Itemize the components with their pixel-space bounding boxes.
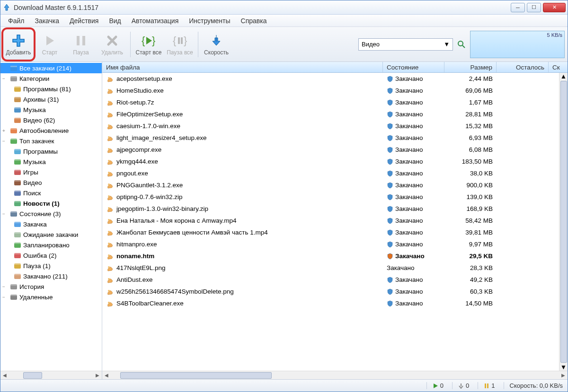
tree-item[interactable]: −Состояние (3) — [0, 209, 102, 219]
tree-item[interactable]: Ожидание закачки — [0, 229, 102, 240]
cell-size: 900,0 KB — [444, 182, 497, 189]
table-row[interactable]: light_image_resizer4_setup.exe Закачано … — [102, 132, 568, 144]
tree-item[interactable]: −Топ закачек — [0, 136, 102, 146]
table-row[interactable]: caesium-1.7.0-win.exe Закачано 15,32 MB — [102, 120, 568, 132]
table-row[interactable]: Жанболат Бекмусаев ценности Амвэй часть … — [102, 226, 568, 238]
tree-icon — [14, 252, 21, 259]
tree-item[interactable]: Видео — [0, 177, 102, 188]
col-name[interactable]: Имя файла — [102, 62, 383, 72]
start-all-button[interactable]: {} Старт все — [133, 29, 164, 60]
start-button[interactable]: Старт — [35, 29, 65, 60]
table-row[interactable]: S4BToolbarCleaner.exe Закачано 14,50 MB — [102, 297, 568, 309]
pause-button[interactable]: Пауза — [66, 29, 96, 60]
col-size[interactable]: Размер — [444, 62, 497, 72]
col-state[interactable]: Состояние — [383, 62, 444, 72]
search-combo[interactable]: Видео ▼ — [358, 38, 453, 51]
table-row[interactable]: ykmgq444.exe Закачано 183,50 MB — [102, 156, 568, 167]
tree-label: Состояние (3) — [19, 210, 61, 218]
file-icon — [106, 182, 114, 189]
cell-state: Закачано — [383, 170, 444, 177]
col-remain[interactable]: Осталось — [497, 62, 549, 72]
window-title: Download Master 6.9.1.1517 — [14, 4, 511, 11]
menubar: Файл Закачка Действия Вид Автоматизация … — [0, 15, 568, 27]
tree-item[interactable]: Закачано (211) — [0, 271, 102, 281]
menu-help[interactable]: Справка — [236, 16, 272, 26]
tree-item[interactable]: Видео (62) — [0, 115, 102, 125]
scroll-right-icon[interactable]: ▶ — [93, 372, 102, 379]
menu-tools[interactable]: Инструменты — [184, 16, 235, 26]
menu-file[interactable]: Файл — [3, 16, 29, 26]
tree-item[interactable]: Программы — [0, 146, 102, 157]
cell-size: 15,32 MB — [444, 122, 497, 130]
table-row[interactable]: FileOptimizerSetup.exe Закачано 28,81 MB — [102, 108, 568, 120]
cell-name: noname.htm — [102, 253, 383, 260]
table-row[interactable]: w256h2561346685474SymbolDelete.png Закач… — [102, 286, 568, 297]
tree-item[interactable]: Архивы (31) — [0, 94, 102, 105]
tree-item[interactable]: −Категории — [0, 73, 102, 84]
add-button[interactable]: Добавить — [3, 29, 34, 60]
table-row[interactable]: Riot-setup.7z Закачано 1,67 MB — [102, 96, 568, 108]
tree-item[interactable]: Ошибка (2) — [0, 250, 102, 261]
sidebar-hscroll[interactable]: ◀ ▶ — [0, 371, 102, 379]
scroll-left-icon[interactable]: ◀ — [102, 372, 111, 379]
table-row[interactable]: pngout.exe Закачано 38,0 KB — [102, 167, 568, 179]
tree-item[interactable]: Поиск — [0, 188, 102, 198]
cell-state: Закачано — [383, 288, 444, 295]
menu-download[interactable]: Закачка — [30, 16, 64, 26]
svg-rect-36 — [14, 201, 21, 202]
tree-item[interactable]: Все закачки (214) — [0, 63, 102, 73]
tree-item[interactable]: −История — [0, 281, 102, 292]
tree-label: Автообновление — [19, 127, 69, 134]
table-row[interactable]: PNGGauntlet-3.1.2.exe Закачано 900,0 KB — [102, 179, 568, 191]
tree-item[interactable]: Пауза (1) — [0, 261, 102, 271]
table-row[interactable]: hitmanpro.exe Закачано 9,97 MB — [102, 238, 568, 250]
table-row[interactable]: optipng-0.7.6-win32.zip Закачано 139,0 K… — [102, 191, 568, 203]
minimize-button[interactable]: ─ — [511, 3, 525, 12]
close-button[interactable]: ✕ — [543, 3, 566, 12]
scroll-right-icon[interactable]: ▶ — [559, 372, 568, 379]
table-row[interactable]: ajpegcompr.exe Закачано 6,08 MB — [102, 144, 568, 156]
file-icon — [106, 253, 114, 260]
search-go-icon[interactable] — [457, 40, 466, 49]
tree-item[interactable]: Музыка — [0, 157, 102, 167]
scroll-down-icon[interactable]: ▼ — [560, 364, 567, 371]
table-row[interactable]: HomeStudio.exe Закачано 69,06 MB — [102, 85, 568, 96]
table-row[interactable]: noname.htm Закачано 29,5 KB — [102, 250, 568, 262]
file-list[interactable]: acepostersetup.exe Закачано 2,44 MB Home… — [102, 73, 568, 371]
table-row[interactable]: acepostersetup.exe Закачано 2,44 MB — [102, 73, 568, 85]
tree-item[interactable]: Программы (81) — [0, 84, 102, 94]
scroll-thumb[interactable] — [23, 372, 42, 379]
svg-rect-10 — [10, 66, 17, 67]
maximize-button[interactable]: ☐ — [527, 3, 541, 12]
vscroll-thumb[interactable] — [560, 81, 567, 363]
tree-label: Закачка — [23, 221, 47, 228]
hscroll-thumb[interactable] — [120, 372, 272, 379]
cell-state: Закачано — [383, 182, 444, 189]
table-row[interactable]: AntiDust.exe Закачано 49,2 KB — [102, 274, 568, 286]
menu-automation[interactable]: Автоматизация — [127, 16, 183, 26]
menu-actions[interactable]: Действия — [65, 16, 103, 26]
scroll-up-icon[interactable]: ▲ — [560, 73, 567, 80]
delete-button[interactable]: Удалить — [97, 29, 127, 60]
cell-size: 69,06 MB — [444, 87, 497, 94]
tree-item[interactable]: −Удаленные — [0, 292, 102, 302]
col-speed[interactable]: Ск — [549, 62, 568, 72]
speed-button[interactable]: Скорость — [201, 29, 231, 60]
tree-item[interactable]: Новости (1) — [0, 198, 102, 209]
tree-item[interactable]: Игры — [0, 167, 102, 177]
vscroll[interactable]: ▲ ▼ — [559, 73, 568, 371]
tree-item[interactable]: Музыка — [0, 105, 102, 115]
cell-size: 60,3 KB — [444, 288, 497, 295]
tree-item[interactable]: Запланировано — [0, 240, 102, 250]
category-tree[interactable]: Все закачки (214)−КатегорииПрограммы (81… — [0, 62, 102, 371]
pause-all-button[interactable]: {} Пауза все — [165, 29, 195, 60]
table-row[interactable]: 417NslqtE9L.png Закачано 28,3 KB — [102, 262, 568, 274]
table-row[interactable]: jpegoptim-1.3.0-win32-binary.zip Закачан… — [102, 203, 568, 215]
menu-view[interactable]: Вид — [104, 16, 125, 26]
scroll-left-icon[interactable]: ◀ — [0, 372, 9, 379]
main-hscroll[interactable]: ◀ ▶ — [102, 371, 568, 379]
table-row[interactable]: Ена Наталья - Моя корона с Amway.mp4 Зак… — [102, 215, 568, 226]
tree-item[interactable]: Закачка — [0, 219, 102, 229]
file-icon — [106, 288, 114, 296]
tree-item[interactable]: +Автообновление — [0, 125, 102, 136]
